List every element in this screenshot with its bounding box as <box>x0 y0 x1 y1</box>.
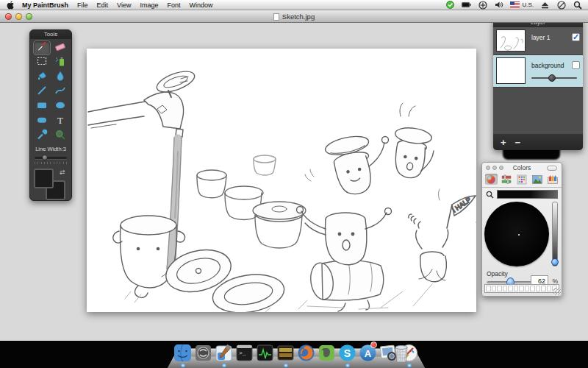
dock-screen-sharing-icon[interactable] <box>194 343 212 362</box>
roundrect-tool[interactable] <box>33 114 51 129</box>
line-width-slider-knob[interactable] <box>42 155 48 160</box>
line-width-slider-track[interactable] <box>35 157 67 159</box>
dock-activity-monitor-icon[interactable] <box>256 343 274 362</box>
dock-terminal-icon[interactable]: >_ <box>235 343 254 362</box>
palette-swatch[interactable] <box>503 286 508 291</box>
colors-zoom-button[interactable] <box>499 166 503 170</box>
dock-dashboard-widget-icon[interactable] <box>276 343 295 362</box>
brightness-slider-thumb[interactable] <box>551 258 559 266</box>
swap-colors-icon[interactable]: ⇄ <box>60 169 65 176</box>
layer1-thumbnail[interactable] <box>496 29 526 52</box>
resize-grip[interactable] <box>553 288 561 295</box>
fill-tool[interactable] <box>33 70 51 85</box>
palette-swatch[interactable] <box>547 286 552 291</box>
spray-tool[interactable] <box>51 55 69 70</box>
input-source-label[interactable]: U.S. <box>522 1 534 8</box>
palette-swatch[interactable] <box>486 286 491 291</box>
text-tool[interactable]: T <box>51 114 69 129</box>
background-opacity-knob[interactable] <box>548 74 556 82</box>
dock-app-store-icon[interactable]: A <box>359 343 377 362</box>
foreground-color-swatch[interactable] <box>34 169 54 188</box>
palette-swatch[interactable] <box>514 286 519 291</box>
dock-firefox-icon[interactable] <box>297 343 315 362</box>
document-icon <box>273 13 279 21</box>
palette-swatch[interactable] <box>536 286 541 291</box>
volume-icon[interactable] <box>494 1 503 9</box>
select-tool[interactable] <box>33 55 51 70</box>
layer-row-background[interactable]: background <box>493 55 583 88</box>
rectangle-tool[interactable] <box>33 99 51 114</box>
wrench-tool[interactable] <box>33 129 51 144</box>
background-thumbnail[interactable] <box>496 57 526 84</box>
colors-title-bar[interactable]: Colors <box>482 163 562 173</box>
magnifier-icon[interactable] <box>486 191 494 199</box>
brush-tool[interactable] <box>33 40 51 55</box>
tools-palette-title[interactable]: Tools <box>30 30 71 39</box>
running-indicator <box>345 364 350 367</box>
layer-row-layer1[interactable]: layer 1 ✓ <box>493 27 583 55</box>
brightness-slider[interactable] <box>552 202 558 266</box>
dock-skype-icon[interactable]: S <box>338 343 356 362</box>
dock-xcode-icon[interactable] <box>215 343 233 362</box>
dock-evernote-icon[interactable] <box>318 343 336 362</box>
svg-text:A: A <box>365 348 372 359</box>
palette-swatch[interactable] <box>492 286 497 291</box>
color-wheel[interactable] <box>484 202 549 266</box>
time-menu-icon[interactable] <box>556 1 566 9</box>
dock-finder-icon[interactable] <box>173 343 192 362</box>
background-name[interactable]: background <box>531 62 572 69</box>
tab-color-wheel[interactable] <box>485 174 498 185</box>
ellipse-tool[interactable] <box>51 99 69 114</box>
menu-image[interactable]: Image <box>140 1 158 9</box>
palette-swatch[interactable] <box>519 286 524 291</box>
layer1-visibility-checkbox[interactable]: ✓ <box>572 33 580 41</box>
add-layer-button[interactable]: + <box>501 137 506 148</box>
universal-access-icon[interactable] <box>478 1 487 9</box>
active-app-name[interactable]: My PaintBrush <box>22 1 68 9</box>
palette-swatch[interactable] <box>541 286 546 291</box>
chat-status-icon[interactable] <box>445 1 455 9</box>
eject-icon[interactable] <box>540 1 550 9</box>
palette-swatch[interactable] <box>508 286 513 291</box>
battery-icon[interactable] <box>462 1 471 9</box>
tab-image-palettes[interactable] <box>531 174 544 185</box>
menu-font[interactable]: Font <box>167 1 180 9</box>
color-wheel-cursor[interactable] <box>518 234 520 236</box>
line-width-slider[interactable] <box>35 155 67 160</box>
menu-view[interactable]: View <box>117 1 131 9</box>
toolbar-toggle-button[interactable] <box>547 166 557 171</box>
eraser-tool[interactable] <box>51 40 69 55</box>
menu-edit[interactable]: Edit <box>97 1 109 9</box>
colors-close-button[interactable] <box>486 166 490 170</box>
remove-layer-button[interactable]: − <box>515 137 521 148</box>
running-indicator <box>180 364 185 367</box>
trash-icon[interactable] <box>392 343 410 364</box>
input-flag-icon[interactable] <box>510 1 520 9</box>
layer-panel: Layer layer 1 ✓ background <box>493 18 583 150</box>
current-color-bar[interactable] <box>497 190 558 199</box>
layer1-name[interactable]: layer 1 <box>531 34 572 41</box>
apple-menu-icon[interactable] <box>7 1 15 9</box>
line-tool-icon <box>36 85 48 99</box>
wrench-tool-icon <box>36 129 48 144</box>
palette-swatch[interactable] <box>497 286 502 291</box>
tab-crayons[interactable] <box>547 174 559 185</box>
waterdrop-tool[interactable] <box>51 70 69 85</box>
swatch-strip[interactable] <box>484 284 559 293</box>
notification-badge <box>370 342 377 348</box>
drawing-canvas[interactable]: I HALP <box>87 49 476 312</box>
curve-tool[interactable] <box>51 85 69 99</box>
background-opacity-slider[interactable] <box>531 74 577 82</box>
line-tool[interactable] <box>33 85 51 99</box>
spotlight-icon[interactable] <box>573 1 582 9</box>
palette-swatch[interactable] <box>530 286 535 291</box>
tab-color-palettes[interactable] <box>516 174 528 185</box>
menu-file[interactable]: File <box>77 1 88 9</box>
colors-minimize-button[interactable] <box>492 166 497 170</box>
window-title-bar[interactable]: Sketch.jpg <box>0 10 588 23</box>
menu-window[interactable]: Window <box>189 1 212 9</box>
tab-color-sliders[interactable] <box>501 174 513 185</box>
zoom-tool[interactable] <box>51 129 69 144</box>
palette-swatch[interactable] <box>525 286 530 291</box>
background-visibility-checkbox[interactable] <box>572 61 580 69</box>
